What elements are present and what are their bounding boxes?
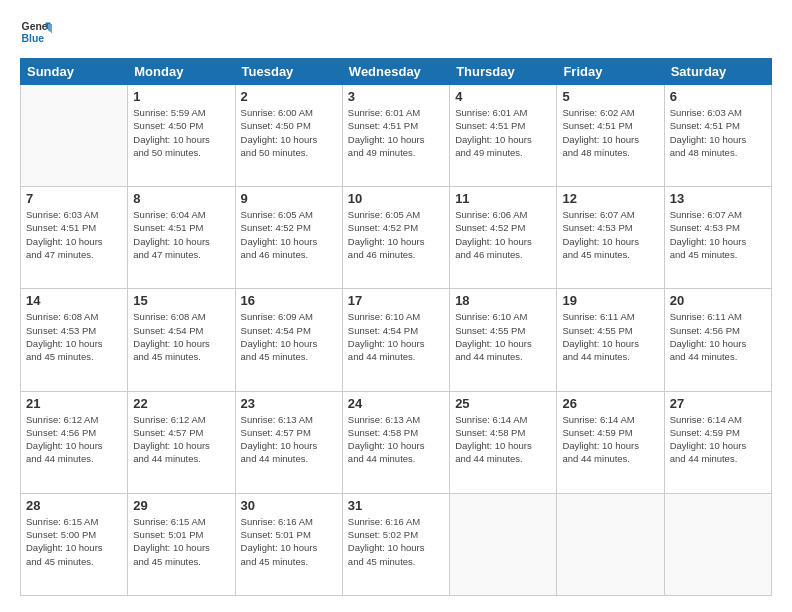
day-number: 30 xyxy=(241,498,337,513)
day-cell xyxy=(557,493,664,595)
day-number: 8 xyxy=(133,191,229,206)
day-cell: 23Sunrise: 6:13 AM Sunset: 4:57 PM Dayli… xyxy=(235,391,342,493)
day-cell: 18Sunrise: 6:10 AM Sunset: 4:55 PM Dayli… xyxy=(450,289,557,391)
day-number: 18 xyxy=(455,293,551,308)
day-cell: 3Sunrise: 6:01 AM Sunset: 4:51 PM Daylig… xyxy=(342,85,449,187)
day-number: 3 xyxy=(348,89,444,104)
day-cell: 25Sunrise: 6:14 AM Sunset: 4:58 PM Dayli… xyxy=(450,391,557,493)
day-info: Sunrise: 6:03 AM Sunset: 4:51 PM Dayligh… xyxy=(670,106,766,159)
weekday-saturday: Saturday xyxy=(664,59,771,85)
day-cell: 1Sunrise: 5:59 AM Sunset: 4:50 PM Daylig… xyxy=(128,85,235,187)
header: General Blue xyxy=(20,16,772,48)
day-cell: 7Sunrise: 6:03 AM Sunset: 4:51 PM Daylig… xyxy=(21,187,128,289)
day-number: 23 xyxy=(241,396,337,411)
weekday-friday: Friday xyxy=(557,59,664,85)
day-cell: 4Sunrise: 6:01 AM Sunset: 4:51 PM Daylig… xyxy=(450,85,557,187)
day-cell: 30Sunrise: 6:16 AM Sunset: 5:01 PM Dayli… xyxy=(235,493,342,595)
day-info: Sunrise: 6:08 AM Sunset: 4:53 PM Dayligh… xyxy=(26,310,122,363)
calendar-table: SundayMondayTuesdayWednesdayThursdayFrid… xyxy=(20,58,772,596)
page: General Blue SundayMondayTuesdayWednesda… xyxy=(0,0,792,612)
day-number: 26 xyxy=(562,396,658,411)
day-number: 31 xyxy=(348,498,444,513)
day-info: Sunrise: 6:07 AM Sunset: 4:53 PM Dayligh… xyxy=(562,208,658,261)
day-cell: 28Sunrise: 6:15 AM Sunset: 5:00 PM Dayli… xyxy=(21,493,128,595)
weekday-thursday: Thursday xyxy=(450,59,557,85)
day-info: Sunrise: 6:01 AM Sunset: 4:51 PM Dayligh… xyxy=(455,106,551,159)
day-info: Sunrise: 6:04 AM Sunset: 4:51 PM Dayligh… xyxy=(133,208,229,261)
day-number: 27 xyxy=(670,396,766,411)
day-cell: 5Sunrise: 6:02 AM Sunset: 4:51 PM Daylig… xyxy=(557,85,664,187)
day-number: 17 xyxy=(348,293,444,308)
logo-icon: General Blue xyxy=(20,16,52,48)
day-number: 28 xyxy=(26,498,122,513)
day-cell xyxy=(664,493,771,595)
day-info: Sunrise: 6:06 AM Sunset: 4:52 PM Dayligh… xyxy=(455,208,551,261)
day-info: Sunrise: 6:01 AM Sunset: 4:51 PM Dayligh… xyxy=(348,106,444,159)
week-row-1: 1Sunrise: 5:59 AM Sunset: 4:50 PM Daylig… xyxy=(21,85,772,187)
day-cell: 2Sunrise: 6:00 AM Sunset: 4:50 PM Daylig… xyxy=(235,85,342,187)
day-number: 1 xyxy=(133,89,229,104)
day-number: 7 xyxy=(26,191,122,206)
day-cell xyxy=(450,493,557,595)
day-number: 10 xyxy=(348,191,444,206)
day-cell: 20Sunrise: 6:11 AM Sunset: 4:56 PM Dayli… xyxy=(664,289,771,391)
day-info: Sunrise: 6:16 AM Sunset: 5:02 PM Dayligh… xyxy=(348,515,444,568)
day-cell: 11Sunrise: 6:06 AM Sunset: 4:52 PM Dayli… xyxy=(450,187,557,289)
day-cell: 21Sunrise: 6:12 AM Sunset: 4:56 PM Dayli… xyxy=(21,391,128,493)
weekday-monday: Monday xyxy=(128,59,235,85)
day-cell: 9Sunrise: 6:05 AM Sunset: 4:52 PM Daylig… xyxy=(235,187,342,289)
day-number: 22 xyxy=(133,396,229,411)
day-info: Sunrise: 6:02 AM Sunset: 4:51 PM Dayligh… xyxy=(562,106,658,159)
day-cell: 22Sunrise: 6:12 AM Sunset: 4:57 PM Dayli… xyxy=(128,391,235,493)
day-cell xyxy=(21,85,128,187)
day-cell: 31Sunrise: 6:16 AM Sunset: 5:02 PM Dayli… xyxy=(342,493,449,595)
day-number: 19 xyxy=(562,293,658,308)
day-info: Sunrise: 5:59 AM Sunset: 4:50 PM Dayligh… xyxy=(133,106,229,159)
day-number: 2 xyxy=(241,89,337,104)
day-info: Sunrise: 6:11 AM Sunset: 4:56 PM Dayligh… xyxy=(670,310,766,363)
day-number: 20 xyxy=(670,293,766,308)
day-info: Sunrise: 6:08 AM Sunset: 4:54 PM Dayligh… xyxy=(133,310,229,363)
day-cell: 6Sunrise: 6:03 AM Sunset: 4:51 PM Daylig… xyxy=(664,85,771,187)
week-row-3: 14Sunrise: 6:08 AM Sunset: 4:53 PM Dayli… xyxy=(21,289,772,391)
day-number: 25 xyxy=(455,396,551,411)
day-cell: 15Sunrise: 6:08 AM Sunset: 4:54 PM Dayli… xyxy=(128,289,235,391)
day-info: Sunrise: 6:12 AM Sunset: 4:57 PM Dayligh… xyxy=(133,413,229,466)
day-number: 14 xyxy=(26,293,122,308)
day-info: Sunrise: 6:16 AM Sunset: 5:01 PM Dayligh… xyxy=(241,515,337,568)
day-info: Sunrise: 6:03 AM Sunset: 4:51 PM Dayligh… xyxy=(26,208,122,261)
weekday-wednesday: Wednesday xyxy=(342,59,449,85)
day-info: Sunrise: 6:15 AM Sunset: 5:00 PM Dayligh… xyxy=(26,515,122,568)
day-number: 24 xyxy=(348,396,444,411)
day-info: Sunrise: 6:05 AM Sunset: 4:52 PM Dayligh… xyxy=(241,208,337,261)
day-info: Sunrise: 6:10 AM Sunset: 4:55 PM Dayligh… xyxy=(455,310,551,363)
day-number: 12 xyxy=(562,191,658,206)
svg-text:Blue: Blue xyxy=(22,33,45,44)
day-info: Sunrise: 6:14 AM Sunset: 4:59 PM Dayligh… xyxy=(562,413,658,466)
day-number: 9 xyxy=(241,191,337,206)
day-info: Sunrise: 6:14 AM Sunset: 4:58 PM Dayligh… xyxy=(455,413,551,466)
weekday-sunday: Sunday xyxy=(21,59,128,85)
day-info: Sunrise: 6:12 AM Sunset: 4:56 PM Dayligh… xyxy=(26,413,122,466)
day-info: Sunrise: 6:14 AM Sunset: 4:59 PM Dayligh… xyxy=(670,413,766,466)
day-info: Sunrise: 6:13 AM Sunset: 4:58 PM Dayligh… xyxy=(348,413,444,466)
day-number: 6 xyxy=(670,89,766,104)
day-number: 15 xyxy=(133,293,229,308)
weekday-header-row: SundayMondayTuesdayWednesdayThursdayFrid… xyxy=(21,59,772,85)
day-info: Sunrise: 6:15 AM Sunset: 5:01 PM Dayligh… xyxy=(133,515,229,568)
day-info: Sunrise: 6:07 AM Sunset: 4:53 PM Dayligh… xyxy=(670,208,766,261)
day-info: Sunrise: 6:11 AM Sunset: 4:55 PM Dayligh… xyxy=(562,310,658,363)
week-row-4: 21Sunrise: 6:12 AM Sunset: 4:56 PM Dayli… xyxy=(21,391,772,493)
day-cell: 24Sunrise: 6:13 AM Sunset: 4:58 PM Dayli… xyxy=(342,391,449,493)
day-number: 16 xyxy=(241,293,337,308)
day-number: 21 xyxy=(26,396,122,411)
day-number: 4 xyxy=(455,89,551,104)
day-cell: 26Sunrise: 6:14 AM Sunset: 4:59 PM Dayli… xyxy=(557,391,664,493)
day-number: 5 xyxy=(562,89,658,104)
day-cell: 14Sunrise: 6:08 AM Sunset: 4:53 PM Dayli… xyxy=(21,289,128,391)
day-info: Sunrise: 6:13 AM Sunset: 4:57 PM Dayligh… xyxy=(241,413,337,466)
day-number: 13 xyxy=(670,191,766,206)
weekday-tuesday: Tuesday xyxy=(235,59,342,85)
day-cell: 12Sunrise: 6:07 AM Sunset: 4:53 PM Dayli… xyxy=(557,187,664,289)
day-cell: 13Sunrise: 6:07 AM Sunset: 4:53 PM Dayli… xyxy=(664,187,771,289)
